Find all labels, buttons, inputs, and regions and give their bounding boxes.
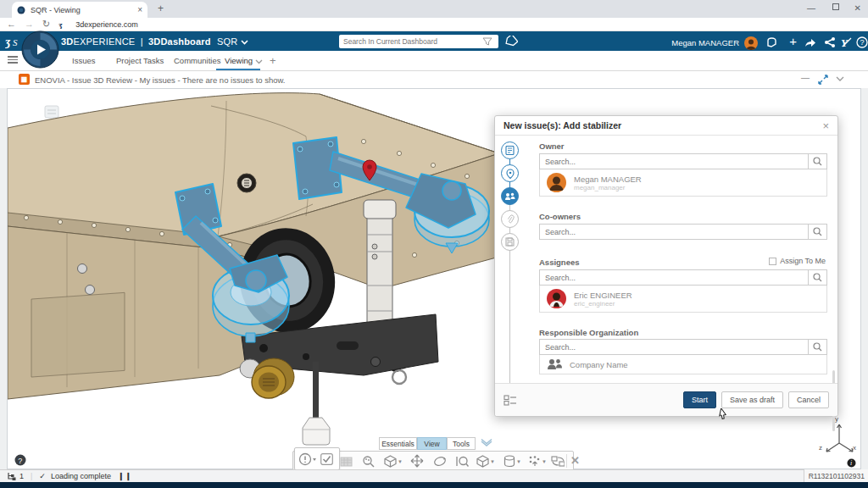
filter-icon[interactable] bbox=[481, 36, 495, 47]
step-members-icon[interactable] bbox=[501, 187, 519, 205]
assign-to-me[interactable]: Assign To Me bbox=[769, 257, 826, 265]
owner-search-field[interactable] bbox=[539, 153, 827, 169]
viewer-ghost-icon bbox=[45, 106, 58, 118]
step-attachments-icon[interactable] bbox=[501, 210, 519, 228]
toolbar-tab-view[interactable]: View bbox=[417, 437, 447, 450]
enovia-icon: ▦ bbox=[19, 74, 30, 85]
step-location-icon[interactable] bbox=[501, 164, 519, 182]
owner-label: Owner bbox=[539, 141, 565, 151]
save-as-draft-button[interactable]: Save as draft bbox=[721, 391, 783, 408]
tab-viewing[interactable]: Viewing bbox=[225, 56, 253, 65]
org-search-field[interactable] bbox=[539, 339, 827, 355]
menu-icon[interactable] bbox=[8, 56, 18, 65]
notification-icon[interactable] bbox=[765, 36, 778, 48]
share-nodes-icon[interactable] bbox=[824, 36, 836, 48]
zoom-area-icon[interactable] bbox=[455, 454, 469, 468]
close-toolbar-icon[interactable]: ✕ bbox=[570, 454, 580, 467]
explode-icon[interactable] bbox=[528, 454, 542, 468]
dialog-close-icon[interactable]: × bbox=[822, 119, 829, 132]
tab-issues[interactable]: Issues bbox=[72, 56, 95, 65]
user-name[interactable]: Megan MANAGER bbox=[671, 38, 739, 47]
owner-search-input[interactable] bbox=[540, 154, 808, 169]
org-search-input[interactable] bbox=[540, 340, 808, 354]
toolbar-collapse-icon[interactable] bbox=[480, 438, 493, 449]
toolbar-tab-tools-label: Tools bbox=[453, 440, 470, 448]
model-gold-connector bbox=[240, 358, 294, 398]
tab-project-tasks[interactable]: Project Tasks bbox=[116, 56, 164, 65]
assign-to-me-checkbox[interactable] bbox=[769, 258, 776, 265]
step-save-icon[interactable] bbox=[501, 233, 519, 251]
section-icon[interactable] bbox=[503, 454, 516, 468]
form-view-icon[interactable] bbox=[504, 395, 517, 406]
render-style-caret-icon[interactable]: ▼ bbox=[398, 459, 403, 464]
validate-icon[interactable] bbox=[320, 453, 333, 465]
info-icon[interactable]: i bbox=[847, 458, 856, 468]
start-button[interactable]: Start bbox=[683, 391, 716, 408]
cancel-button[interactable]: Cancel bbox=[788, 391, 829, 408]
coowners-search-icon[interactable] bbox=[808, 225, 826, 239]
swym-icon[interactable]: Y bbox=[840, 36, 853, 48]
loading-status: Loading complete bbox=[51, 472, 111, 480]
tab-communities[interactable]: Communities bbox=[174, 56, 220, 65]
owner-selected-row[interactable]: Megan MANAGER megan_manager bbox=[539, 169, 827, 197]
toolbar-tab-essentials-label: Essentials bbox=[381, 440, 415, 448]
bottom-strip bbox=[0, 482, 868, 488]
model-emblem bbox=[237, 174, 256, 192]
assignee-selected-row[interactable]: Eric ENGINEER eric_engineer bbox=[539, 286, 827, 313]
dashboard-chevron-icon[interactable] bbox=[241, 40, 248, 45]
explode-caret-icon[interactable]: ▼ bbox=[542, 459, 547, 464]
window-minimize-icon[interactable]: — bbox=[807, 3, 815, 13]
widget-menu-chevron-icon[interactable] bbox=[836, 76, 844, 82]
render-style-icon[interactable] bbox=[383, 454, 397, 468]
window-close-icon[interactable]: ✕ bbox=[854, 3, 861, 13]
search-zoom-icon[interactable] bbox=[361, 454, 375, 468]
add-dashboard-tab[interactable]: + bbox=[270, 54, 276, 67]
window-maximize-icon[interactable] bbox=[832, 3, 839, 12]
view-cube-caret-icon[interactable]: ▼ bbox=[490, 459, 495, 464]
step-details-icon[interactable] bbox=[501, 141, 519, 159]
new-tab-button[interactable]: + bbox=[158, 3, 164, 14]
brand-3d: 3D bbox=[61, 36, 73, 47]
assignees-search-input[interactable] bbox=[540, 270, 808, 285]
issue-filter-icon[interactable] bbox=[298, 452, 317, 466]
widget-minimize-icon[interactable]: — bbox=[801, 73, 810, 82]
org-selected-row[interactable]: Company Name bbox=[539, 355, 827, 374]
coowners-search-field[interactable] bbox=[539, 224, 827, 240]
coowners-search-input[interactable] bbox=[540, 225, 808, 239]
toolbar-tab-tools[interactable]: Tools bbox=[447, 437, 476, 450]
user-avatar[interactable] bbox=[744, 36, 758, 50]
section-caret-icon[interactable]: ▼ bbox=[516, 459, 521, 464]
tag-icon[interactable] bbox=[505, 36, 518, 47]
dashboard-name[interactable]: SQR bbox=[217, 36, 237, 47]
compass-icon[interactable] bbox=[21, 30, 59, 69]
pan-icon[interactable] bbox=[410, 454, 424, 468]
brand-experience: EXPERIENCE bbox=[73, 36, 135, 47]
help-icon[interactable]: ? bbox=[856, 36, 868, 48]
assignees-search-field[interactable] bbox=[539, 269, 827, 286]
model-tree-icon bbox=[339, 454, 353, 468]
owner-search-icon[interactable] bbox=[808, 154, 826, 169]
url-text[interactable]: 3dexperience.com bbox=[75, 20, 138, 29]
tree-count-icon[interactable] bbox=[7, 472, 17, 481]
forward-icon[interactable]: → bbox=[25, 19, 34, 29]
share-icon[interactable] bbox=[804, 36, 817, 48]
rotate-icon[interactable] bbox=[433, 454, 447, 468]
tab-viewing-chevron-icon[interactable] bbox=[255, 59, 263, 64]
swap-model-icon[interactable] bbox=[551, 454, 565, 468]
tab-close-icon[interactable]: × bbox=[137, 5, 142, 14]
org-search-icon[interactable] bbox=[808, 340, 826, 354]
add-app-icon[interactable]: + bbox=[789, 34, 797, 48]
view-cube-icon[interactable] bbox=[476, 454, 489, 468]
toolbar-tab-essentials[interactable]: Essentials bbox=[379, 437, 417, 450]
reload-icon[interactable]: ↻ bbox=[42, 19, 50, 29]
dashboard-search[interactable] bbox=[339, 35, 498, 48]
back-icon[interactable]: ← bbox=[7, 19, 16, 29]
browser-tab[interactable]: SQR - Viewing × bbox=[12, 2, 147, 18]
svg-text:ʒ: ʒ bbox=[58, 20, 63, 29]
pause-icon[interactable]: ❙❙ bbox=[118, 472, 132, 480]
widget-expand-icon[interactable] bbox=[818, 75, 828, 85]
search-input[interactable] bbox=[339, 37, 481, 46]
new-issue-dialog: New issue(s): Add stabilizer × Owner Meg… bbox=[494, 115, 838, 417]
svg-text:S: S bbox=[13, 37, 18, 47]
assignees-search-icon[interactable] bbox=[808, 270, 826, 285]
